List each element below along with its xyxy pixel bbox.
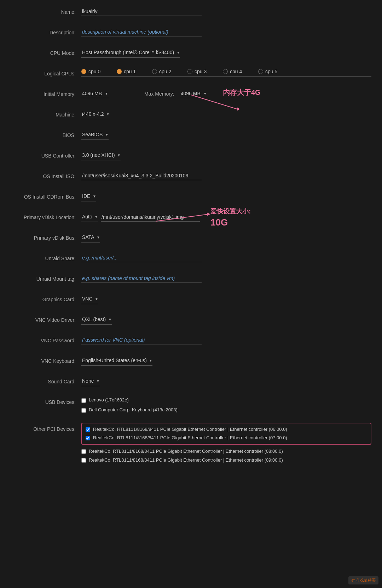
machine-row: Machine: i440fx-4.2 ▼: [11, 110, 371, 122]
vnc-video-driver-arrow: ▼: [108, 318, 112, 321]
cpu-4-item[interactable]: cpu 4: [223, 69, 255, 74]
cpu-2-item[interactable]: cpu 2: [152, 69, 184, 74]
vdisk-field-wrapper: Auto ▼ /mnt/user/domains/ikuairly/vdisk1…: [81, 212, 200, 222]
max-memory-text: 4096 MB: [181, 91, 201, 96]
initial-memory-value[interactable]: 4096 MB ▼: [81, 89, 109, 98]
vdisk-auto-select[interactable]: Auto: [81, 212, 93, 221]
graphics-card-select[interactable]: VNC: [81, 295, 93, 303]
pci-other-0-label: RealtekCo. RTL8111/8168/8411 PCIe Gigabi…: [89, 448, 283, 455]
usb-controller-select[interactable]: 3.0 (nec XHCI): [81, 151, 116, 159]
unraid-mount-tag-input[interactable]: [81, 274, 202, 283]
vnc-video-driver-field-area: QXL (best) ▼: [81, 315, 371, 325]
cpu-4-dot: [223, 69, 228, 74]
pci-highlighted-1-label: RealtekCo. RTL8111/8168/8411 PCIe Gigabi…: [93, 435, 287, 441]
sound-card-select-wrapper[interactable]: None ▼: [81, 377, 100, 386]
vnc-password-label: VNC Password:: [11, 336, 81, 343]
cpu-2-label: cpu 2: [159, 69, 171, 74]
cpu-mode-select-wrapper[interactable]: Host Passthrough (Intel® Core™ i5-8400) …: [81, 48, 180, 58]
initial-memory-section: 4096 MB ▼: [81, 89, 109, 98]
max-memory-value[interactable]: 4096 MB ▼: [180, 89, 208, 98]
os-cdrom-bus-label: OS Install CDRom Bus:: [11, 192, 81, 200]
max-memory-label: Max Memory:: [144, 91, 174, 97]
unraid-share-input[interactable]: [81, 253, 202, 262]
cpu-3-item[interactable]: cpu 3: [187, 69, 219, 74]
bios-select-wrapper[interactable]: SeaBIOS ▼: [81, 130, 109, 140]
sound-card-label: Sound Card:: [11, 377, 81, 384]
bios-select[interactable]: SeaBIOS: [81, 130, 104, 139]
vdisk-bus-select-wrapper[interactable]: SATA ▼: [81, 233, 100, 242]
initial-memory-arrow: ▼: [105, 92, 108, 96]
pci-other-1-checkbox[interactable]: [81, 458, 86, 463]
os-install-iso-label: OS Install ISO:: [11, 171, 81, 179]
graphics-card-label: Graphics Card:: [11, 295, 81, 302]
cpu-0-item[interactable]: cpu 0: [81, 69, 113, 74]
cpu-1-item[interactable]: cpu 1: [117, 69, 149, 74]
cpu-3-label: cpu 3: [195, 69, 207, 74]
os-cdrom-bus-row: OS Install CDRom Bus: IDE ▼: [11, 192, 371, 205]
vnc-password-input[interactable]: [81, 336, 202, 344]
machine-field-area: i440fx-4.2 ▼: [81, 110, 371, 119]
vdisk-bus-select[interactable]: SATA: [81, 233, 95, 241]
vnc-keyboard-select-wrapper[interactable]: English-United States (en-us) ▼: [81, 356, 152, 366]
cpu-mode-arrow: ▼: [176, 51, 180, 55]
cpu-2-dot: [152, 69, 157, 74]
cpu-1-dot: [117, 69, 122, 74]
bios-row: BIOS: SeaBIOS ▼: [11, 130, 371, 143]
vdisk-bus-field-area: SATA ▼: [81, 233, 371, 242]
usb-device-1-checkbox[interactable]: [81, 408, 86, 413]
vdisk-auto-select-wrapper[interactable]: Auto ▼: [81, 212, 98, 222]
sound-card-select[interactable]: None: [81, 377, 95, 385]
vnc-video-driver-select-wrapper[interactable]: QXL (best) ▼: [81, 315, 112, 325]
pci-highlighted-1: RealtekCo. RTL8111/8168/8411 PCIe Gigabi…: [86, 435, 367, 441]
pci-other-0-checkbox[interactable]: [81, 449, 86, 454]
usb-controller-row: USB Controller: 3.0 (nec XHCI) ▼: [11, 151, 371, 164]
max-memory-arrow: ▼: [203, 92, 207, 96]
unraid-mount-tag-field-area: [81, 274, 371, 283]
name-input[interactable]: [81, 7, 202, 16]
cpu-mode-select[interactable]: Host Passthrough (Intel® Core™ i5-8400): [81, 48, 175, 57]
vnc-keyboard-label: VNC Keyboard:: [11, 356, 81, 364]
unraid-mount-tag-row: Unraid Mount tag:: [11, 274, 371, 287]
cpu-1-label: cpu 1: [124, 69, 136, 74]
initial-memory-label: Initial Memory:: [11, 89, 81, 97]
vdisk-path-value[interactable]: /mnt/user/domains/ikuairly/vdisk1.img: [101, 213, 200, 222]
cpu-0-dot: [81, 69, 86, 74]
usb-controller-label: USB Controller:: [11, 151, 81, 159]
machine-select-wrapper[interactable]: i440fx-4.2 ▼: [81, 110, 110, 119]
os-install-iso-value[interactable]: /mnt/user/isos/iKuai8_x64_3.3.2_Build202…: [81, 171, 202, 180]
graphics-card-arrow: ▼: [95, 297, 98, 301]
cpu-mode-row: CPU Mode: Host Passthrough (Intel® Core™…: [11, 48, 371, 61]
usb-controller-select-wrapper[interactable]: 3.0 (nec XHCI) ▼: [81, 151, 121, 160]
vdisk-auto-arrow: ▼: [94, 215, 98, 219]
pci-highlighted-1-checkbox[interactable]: [86, 436, 90, 440]
vnc-keyboard-select[interactable]: English-United States (en-us): [81, 356, 147, 365]
usb-device-0-label: Lenovo (17ef:602e): [89, 397, 129, 403]
memory-field-area: 4096 MB ▼ Max Memory: 4096 MB ▼: [81, 89, 371, 98]
usb-device-0-checkbox[interactable]: [81, 398, 86, 403]
watermark: 🏷 什么值得买: [348, 576, 378, 584]
bios-arrow: ▼: [105, 133, 109, 137]
graphics-card-select-wrapper[interactable]: VNC ▼: [81, 295, 98, 304]
os-cdrom-bus-select-wrapper[interactable]: IDE ▼: [81, 192, 96, 201]
memory-row: Initial Memory: 4096 MB ▼ Max Memory: 40…: [11, 89, 371, 102]
machine-select[interactable]: i440fx-4.2: [81, 110, 105, 118]
pci-highlighted-group: RealtekCo. RTL8111/8168/8411 PCIe Gigabi…: [81, 423, 371, 445]
sound-card-row: Sound Card: None ▼: [11, 377, 371, 389]
unraid-share-row: Unraid Share:: [11, 253, 371, 266]
cpu-0-label: cpu 0: [88, 69, 100, 74]
usb-devices-label: USB Devices:: [11, 397, 81, 405]
os-cdrom-bus-select[interactable]: IDE: [81, 192, 91, 200]
pci-other-1-label: RealtekCo. RTL8111/8168/8411 PCIe Gigabi…: [89, 457, 283, 463]
machine-label: Machine:: [11, 110, 81, 118]
vdisk-location-label: Primary vDisk Location:: [11, 212, 81, 220]
logical-cpus-row: Logical CPUs: cpu 0 cpu 1 cpu 2 cpu 3: [11, 69, 371, 81]
machine-arrow: ▼: [106, 112, 110, 116]
description-input[interactable]: [81, 28, 202, 36]
cpu-5-item[interactable]: cpu 5: [258, 69, 290, 74]
unraid-share-field-area: [81, 253, 371, 262]
pci-highlighted-0-checkbox[interactable]: [86, 427, 90, 432]
vdisk-location-row: Primary vDisk Location: Auto ▼ /mnt/user…: [11, 212, 371, 225]
unraid-share-label: Unraid Share:: [11, 253, 81, 261]
vnc-video-driver-select[interactable]: QXL (best): [81, 315, 107, 324]
vnc-password-field-area: [81, 336, 371, 344]
